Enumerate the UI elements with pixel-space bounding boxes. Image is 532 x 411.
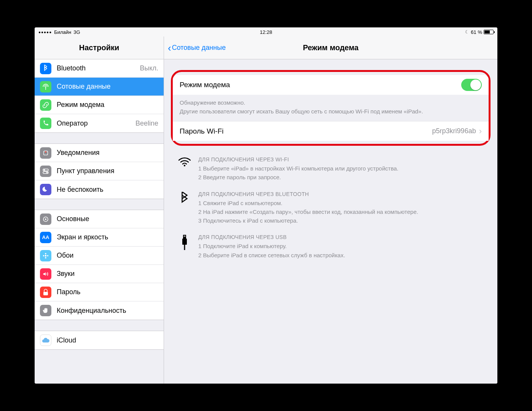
- svg-point-12: [43, 255, 45, 256]
- sidebar-item-не-беспокоить[interactable]: Не беспокоить: [35, 180, 164, 199]
- svg-rect-14: [43, 292, 48, 295]
- usb-icon: [178, 234, 191, 250]
- cloud-icon: [40, 335, 51, 346]
- bt-icon: [178, 191, 191, 206]
- svg-point-13: [47, 255, 49, 256]
- moon-icon: [40, 184, 51, 195]
- instruction-line: 1 Выберите «iPad» в настройках Wi-Fi ком…: [198, 164, 398, 173]
- svg-point-2: [45, 151, 46, 153]
- hotspot-toggle-row[interactable]: Режим модема: [173, 75, 489, 95]
- instruction-block-bt: ДЛЯ ПОДКЛЮЧЕНИЯ ЧЕРЕЗ BLUETOOTH1 Свяжите…: [171, 189, 491, 232]
- flower-icon: [40, 250, 51, 261]
- svg-point-9: [45, 255, 47, 256]
- detail-pane: ‹ Сотовые данные Режим модема Режим моде…: [164, 37, 497, 384]
- lock-icon: [40, 287, 51, 298]
- sidebar-title: Настройки: [35, 37, 164, 59]
- instruction-heading: ДЛЯ ПОДКЛЮЧЕНИЯ ЧЕРЕЗ WI-FI: [198, 156, 398, 162]
- sidebar-item-уведомления[interactable]: Уведомления: [35, 144, 164, 162]
- hand-icon: [40, 305, 51, 316]
- svg-rect-16: [183, 235, 186, 239]
- svg-point-15: [184, 165, 185, 166]
- sidebar-item-конфиденциальность[interactable]: Конфиденциальность: [35, 301, 164, 320]
- bt-icon: [40, 63, 51, 74]
- settings-sidebar: Настройки BluetoothВыкл.Сотовые данныеРе…: [35, 37, 164, 384]
- highlight-callout: Режим модема Обнаружение возможно. Други…: [171, 70, 491, 146]
- sidebar-item-label: Не беспокоить: [57, 186, 158, 194]
- gear-icon: [40, 213, 51, 225]
- bell-icon: [40, 147, 51, 159]
- sidebar-item-icloud[interactable]: iCloud: [35, 331, 164, 349]
- instruction-heading: ДЛЯ ПОДКЛЮЧЕНИЯ ЧЕРЕЗ BLUETOOTH: [198, 191, 418, 197]
- instruction-line: 2 На iPad нажмите «Создать пару», чтобы …: [198, 207, 418, 216]
- back-label: Сотовые данные: [172, 44, 226, 52]
- chevron-right-icon: ›: [479, 126, 482, 136]
- page-title: Режим модема: [303, 43, 358, 52]
- instruction-line: 2 Выберите iPad в списке сетевых служб в…: [198, 251, 345, 260]
- instruction-line: 2 Введите пароль при запросе.: [198, 173, 398, 182]
- sidebar-item-label: Экран и яркость: [57, 233, 158, 241]
- sidebar-item-обои[interactable]: Обои: [35, 247, 164, 265]
- svg-point-6: [46, 172, 48, 173]
- link-icon: [40, 99, 51, 111]
- wifi-icon: [178, 156, 191, 167]
- svg-rect-18: [185, 236, 186, 237]
- switches-icon: [40, 166, 51, 177]
- sidebar-item-label: Пункт управления: [57, 167, 158, 175]
- sidebar-item-label: Bluetooth: [57, 64, 140, 72]
- instruction-block-wifi: ДЛЯ ПОДКЛЮЧЕНИЯ ЧЕРЕЗ WI-FI1 Выберите «i…: [171, 154, 491, 189]
- carrier-label: Билайн: [54, 29, 71, 35]
- sidebar-item-label: Основные: [57, 215, 158, 223]
- svg-rect-19: [182, 239, 187, 245]
- hotspot-label: Режим модема: [180, 81, 461, 89]
- back-button[interactable]: ‹ Сотовые данные: [164, 43, 226, 53]
- svg-rect-17: [184, 236, 185, 237]
- wifi-password-label: Пароль Wi-Fi: [180, 127, 432, 135]
- instruction-line: 3 Подключитесь к iPad с компьютера.: [198, 216, 418, 225]
- sidebar-item-label: Сотовые данные: [57, 83, 158, 91]
- svg-point-11: [45, 257, 46, 258]
- svg-point-10: [45, 253, 46, 254]
- battery-percent: 61 %: [471, 29, 482, 35]
- signal-dots-icon: ●●●●●: [38, 30, 52, 34]
- sidebar-item-оператор[interactable]: ОператорBeeline: [35, 114, 164, 132]
- wifi-password-value: p5rp3kri996ab: [432, 127, 476, 135]
- sidebar-item-label: Пароль: [57, 288, 158, 296]
- sidebar-item-bluetooth[interactable]: BluetoothВыкл.: [35, 59, 164, 78]
- svg-rect-20: [184, 245, 185, 250]
- sidebar-item-пароль[interactable]: Пароль: [35, 283, 164, 301]
- svg-point-8: [45, 218, 46, 220]
- sidebar-item-label: Оператор: [57, 119, 135, 127]
- sidebar-item-пункт-управления[interactable]: Пункт управления: [35, 162, 164, 180]
- network-label: 3G: [73, 29, 80, 35]
- sidebar-item-label: Режим модема: [57, 101, 158, 109]
- chevron-left-icon: ‹: [168, 43, 171, 53]
- sidebar-item-звуки[interactable]: Звуки: [35, 265, 164, 283]
- battery-icon: [484, 30, 494, 34]
- AA-icon: AA: [40, 232, 51, 243]
- sidebar-item-основные[interactable]: Основные: [35, 210, 164, 228]
- sidebar-item-режим-модема[interactable]: Режим модема: [35, 96, 164, 114]
- speaker-icon: [40, 268, 51, 280]
- sidebar-item-label: iCloud: [57, 336, 158, 344]
- dnd-moon-icon: ☾: [465, 29, 469, 35]
- sidebar-item-value: Beeline: [135, 119, 158, 127]
- instruction-line: 1 Свяжите iPad с компьютером.: [198, 199, 418, 207]
- sidebar-item-сотовые-данные[interactable]: Сотовые данные: [35, 78, 164, 96]
- antenna-icon: [40, 81, 51, 92]
- sidebar-item-экран-и-яркость[interactable]: AAЭкран и яркость: [35, 228, 164, 247]
- hotspot-toggle[interactable]: [461, 79, 482, 91]
- sidebar-item-label: Уведомления: [57, 149, 158, 157]
- hotspot-footer: Обнаружение возможно. Другие пользовател…: [173, 95, 489, 121]
- instruction-heading: ДЛЯ ПОДКЛЮЧЕНИЯ ЧЕРЕЗ USB: [198, 234, 345, 240]
- svg-point-4: [44, 169, 45, 170]
- instruction-line: 1 Подключите iPad к компьютеру.: [198, 242, 345, 250]
- sidebar-item-label: Конфиденциальность: [57, 307, 158, 315]
- sidebar-item-value: Выкл.: [140, 64, 158, 72]
- wifi-password-row[interactable]: Пароль Wi-Fi p5rp3kri996ab ›: [173, 121, 489, 141]
- instruction-block-usb: ДЛЯ ПОДКЛЮЧЕНИЯ ЧЕРЕЗ USB1 Подключите iP…: [171, 232, 491, 266]
- sidebar-item-label: Обои: [57, 252, 158, 260]
- sidebar-item-label: Звуки: [57, 270, 158, 278]
- phone-icon: [40, 118, 51, 129]
- clock: 12:28: [260, 29, 272, 35]
- status-bar: ●●●●● Билайн 3G 12:28 ☾ 61 %: [35, 27, 497, 37]
